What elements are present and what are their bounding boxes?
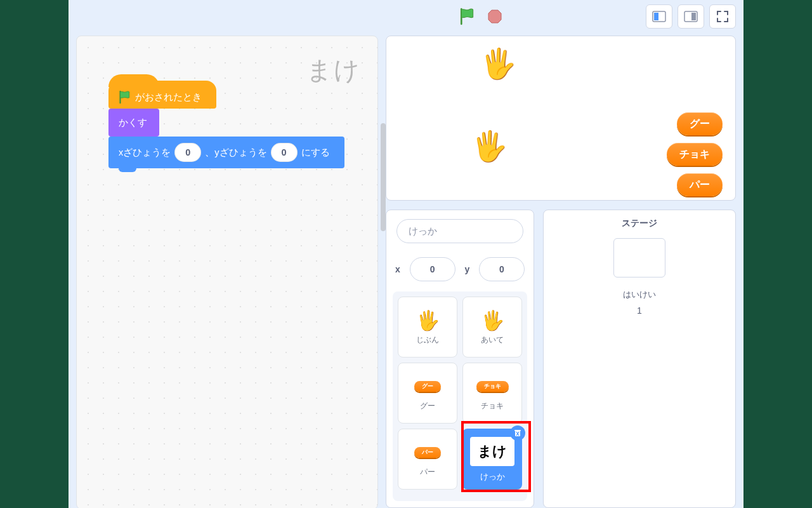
green-flag-icon[interactable] — [459, 8, 476, 25]
block-stack[interactable]: がおされたとき かくす xざひょうを 0 、yざひょうを 0 にする — [108, 81, 344, 168]
stage-thumbnail[interactable] — [613, 238, 665, 277]
sprite-tile-paa[interactable]: パー パー — [398, 429, 457, 490]
goto-suffix: にする — [301, 147, 330, 159]
scripts-area[interactable]: まけ がおされたとき かくす xざひょうを 0 、yざひょうを — [76, 36, 378, 508]
sprite-list: 🖐️ じぶん 🖐️ あいて グー グー チョキ — [393, 291, 527, 501]
stage-title: ステージ — [622, 218, 657, 229]
svg-rect-2 — [654, 13, 658, 20]
hide-block[interactable]: かくす — [108, 109, 159, 137]
sprite-y-input[interactable]: 0 — [479, 257, 525, 281]
when-flag-clicked-block[interactable]: がおされたとき — [108, 81, 216, 109]
stage-preview[interactable]: 🖐️ 🖐️ グー チョキ パー — [386, 36, 736, 201]
player-hand-icon: 🖐️ — [471, 131, 508, 161]
svg-rect-6 — [514, 430, 521, 431]
flag-icon — [119, 90, 131, 104]
delete-sprite-button[interactable] — [510, 425, 525, 441]
sprite-name-input[interactable]: けっか — [396, 219, 523, 243]
stage-scissors-button[interactable]: チョキ — [667, 143, 723, 166]
kekka-thumb: まけ — [470, 437, 514, 466]
goto-prefix: xざひょうを — [119, 147, 171, 159]
svg-marker-0 — [488, 10, 501, 23]
stage-paper-button[interactable]: パー — [677, 173, 723, 196]
fullscreen-button[interactable] — [709, 4, 736, 29]
hat-block-label: がおされたとき — [135, 91, 202, 104]
goto-xy-block[interactable]: xざひょうを 0 、yざひょうを 0 にする — [108, 137, 344, 168]
sprite-tile-aite[interactable]: 🖐️ あいて — [462, 297, 522, 358]
sprite-tile-kekka[interactable]: まけ けっか — [462, 429, 522, 490]
small-stage-button[interactable] — [646, 4, 672, 29]
svg-rect-4 — [691, 13, 696, 20]
goto-x-input[interactable]: 0 — [174, 143, 201, 162]
stage-rock-button[interactable]: グー — [677, 112, 723, 135]
sprite-tile-jibun[interactable]: 🖐️ じぶん — [398, 297, 457, 358]
opponent-hand-icon: 🖐️ — [480, 49, 516, 78]
backdrop-count: 1 — [637, 305, 642, 316]
sprite-tile-guu[interactable]: グー グー — [398, 363, 457, 424]
hand-icon: 🖐️ — [416, 309, 440, 332]
scrollbar-thumb[interactable] — [381, 123, 386, 231]
top-bar — [69, 0, 743, 30]
goto-y-input[interactable]: 0 — [271, 143, 298, 162]
hand-icon: 🖐️ — [481, 309, 504, 332]
sprite-tile-choki[interactable]: チョキ チョキ — [462, 363, 522, 424]
sprite-info-panel: けっか x 0 y 0 🖐️ じぶん 🖐️ — [386, 210, 534, 508]
x-label: x — [395, 264, 400, 274]
large-stage-button[interactable] — [678, 4, 704, 29]
backdrop-label: はいけい — [623, 289, 656, 300]
stage-selector-panel: ステージ はいけい 1 — [543, 210, 736, 508]
goto-mid: 、yざひょうを — [205, 147, 266, 159]
hide-block-label: かくす — [119, 117, 147, 129]
stop-sign-icon[interactable] — [487, 9, 502, 24]
y-label: y — [464, 264, 469, 274]
sprite-x-input[interactable]: 0 — [410, 257, 455, 281]
